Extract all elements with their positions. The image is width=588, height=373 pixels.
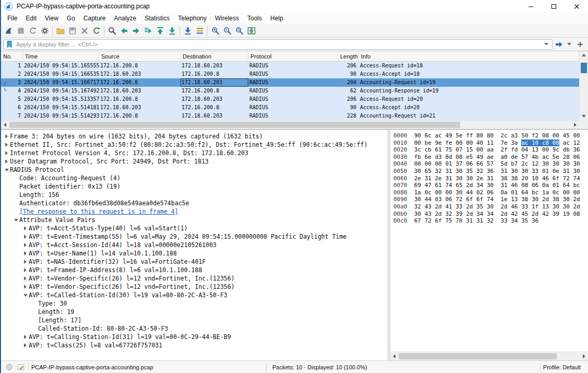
packet-list-hscrollbar[interactable]: [1, 120, 579, 129]
hex-row[interactable]: 0000 90 6c ac 49 5e ff 80 80 2c a3 50 f2…: [393, 132, 588, 139]
close-button[interactable]: [565, 0, 588, 13]
packet-row[interactable]: 62024/150 09:54:15.514181172.18.60.20317…: [1, 103, 579, 112]
minimize-button[interactable]: [519, 0, 542, 13]
packet-row[interactable]: 72024/150 09:54:15.514293172.16.200.8172…: [1, 112, 579, 120]
hex-row[interactable]: 0090 30 44 03 06 72 6f 6f 74 1e 13 38 30…: [393, 196, 588, 203]
menu-item-view[interactable]: View: [41, 14, 63, 23]
packet-row[interactable]: ╰42024/150 09:54:15.167492172.18.60.2031…: [1, 87, 579, 95]
detail-line[interactable]: Ethernet II, Src: Fortinet_a3:50:f2 (80:…: [1, 141, 388, 149]
hex-row[interactable]: 0050 30 65 32 31 30 35 32 36 31 30 30 33…: [393, 168, 588, 175]
expert-info-icon[interactable]: [4, 363, 14, 372]
packet-row[interactable]: 12024/150 09:54:15.165555172.16.200.8172…: [1, 62, 579, 70]
detail-line[interactable]: AVP: t=Calling-Station-Id(31) l=19 val=0…: [1, 333, 388, 341]
capture-stop-button[interactable]: [15, 25, 27, 37]
go-first-packet-button[interactable]: [154, 25, 166, 37]
column-header-info[interactable]: Info: [359, 51, 579, 61]
capture-options-button[interactable]: [39, 25, 51, 37]
menu-item-go[interactable]: Go: [63, 14, 79, 23]
hex-row[interactable]: 0020 3c cb 61 75 07 15 00 aa 2f fd 04 13…: [393, 146, 588, 154]
menu-item-edit[interactable]: Edit: [21, 14, 41, 23]
go-back-button[interactable]: [118, 25, 130, 37]
detail-line[interactable]: Called-Station-Id: 80-80-2C-A3-50-F3: [1, 324, 388, 333]
scroll-left-arrow[interactable]: [1, 121, 9, 129]
auto-scroll-button[interactable]: [182, 25, 194, 37]
menu-item-tools[interactable]: Tools: [243, 14, 266, 23]
colorize-packets-button[interactable]: [194, 25, 206, 37]
menu-item-statistics[interactable]: Statistics: [140, 14, 174, 23]
packet-row[interactable]: 52024/150 09:54:15.513357172.16.200.8172…: [1, 95, 579, 103]
scroll-up-arrow[interactable]: [580, 51, 588, 59]
maximize-button[interactable]: [542, 0, 565, 13]
hex-row[interactable]: 0070 69 47 61 74 65 2d 34 30 31 46 08 06…: [393, 182, 588, 189]
hex-row[interactable]: 0010 00 be 9e fe 00 00 40 11 7e 3a ac 10…: [393, 139, 588, 147]
column-header-destination[interactable]: Destination: [181, 51, 248, 61]
display-filter-input[interactable]: [14, 41, 542, 48]
packet-list-vscrollbar[interactable]: [579, 51, 588, 120]
hscroll-thumb[interactable]: [9, 122, 460, 128]
filter-apply-caret-icon[interactable]: [567, 43, 571, 45]
detail-line[interactable]: AVP: t=Acct-Session-Id(44) l=18 val=0000…: [1, 241, 388, 249]
filter-apply-button[interactable]: [553, 38, 565, 50]
filter-add-button[interactable]: [574, 38, 586, 50]
detail-line[interactable]: Type: 30: [1, 299, 388, 308]
detail-line[interactable]: Length: 156: [1, 191, 388, 199]
open-file-button[interactable]: [54, 25, 66, 37]
column-header-protocol[interactable]: Protocol: [248, 51, 338, 61]
hex-row[interactable]: 0080 1a 0c 00 00 30 44 02 06 0a 01 64 bc…: [393, 189, 588, 196]
packet-row[interactable]: 22024/150 09:54:15.166535172.18.60.20317…: [1, 70, 579, 78]
filter-bookmark-icon[interactable]: [5, 40, 14, 49]
go-to-packet-button[interactable]: [142, 25, 154, 37]
detail-line[interactable]: AVP: t=Called-Station-Id(30) l=19 val=80…: [1, 291, 388, 299]
detail-line[interactable]: [Length: 17]: [1, 316, 388, 324]
scroll-down-arrow[interactable]: [580, 112, 588, 120]
detail-line[interactable]: AVP: t=Vendor-Specific(26) l=12 vnd=Fort…: [1, 283, 388, 291]
detail-line[interactable]: AVP: t=Class(25) l=8 val=67726f757031: [1, 341, 388, 349]
scroll-right-arrow[interactable]: [580, 352, 588, 360]
close-file-button[interactable]: [78, 25, 90, 37]
hex-hscroll-thumb[interactable]: [399, 353, 557, 359]
resize-columns-button[interactable]: [245, 25, 257, 37]
detail-line[interactable]: Length: 19: [1, 308, 388, 316]
hex-row[interactable]: 0030 fb 6e d3 8d 08 e5 49 ae a0 de 57 4b…: [393, 154, 588, 161]
capture-comment-icon[interactable]: [16, 363, 26, 372]
detail-line[interactable]: Packet identifier: 0x13 (19): [1, 182, 388, 191]
detail-line[interactable]: Attribute Value Pairs: [1, 216, 388, 224]
zoom-out-button[interactable]: [221, 25, 233, 37]
hex-row[interactable]: 00c0 67 72 6f 75 70 31 31 32 33 34 35 36: [393, 217, 588, 225]
hex-row[interactable]: 00b0 30 43 2d 32 39 2d 34 34 2d 42 45 2d…: [393, 211, 588, 218]
save-file-button[interactable]: [66, 25, 78, 37]
filter-history-caret-icon[interactable]: [544, 43, 548, 45]
detail-line[interactable]: AVP: t=NAS-Identifier(32) l=16 val=Forti…: [1, 258, 388, 266]
zoom-original-button[interactable]: [233, 25, 245, 37]
detail-line[interactable]: [The response to this request is in fram…: [1, 207, 388, 216]
detail-line[interactable]: RADIUS Protocol: [1, 166, 388, 174]
detail-line[interactable]: AVP: t=Framed-IP-Address(8) l=6 val=10.1…: [1, 266, 388, 274]
zoom-in-button[interactable]: [209, 25, 221, 37]
column-header-time[interactable]: Time: [23, 51, 99, 61]
detail-line[interactable]: Authenticator: db36fb6ed38d08e549aea0de5…: [1, 199, 388, 207]
detail-line[interactable]: Code: Accounting-Request (4): [1, 174, 388, 182]
capture-restart-button[interactable]: [27, 25, 39, 37]
column-header-no[interactable]: No.: [1, 51, 23, 61]
find-packet-button[interactable]: [106, 25, 118, 37]
menu-item-telephony[interactable]: Telephony: [174, 14, 211, 23]
detail-line[interactable]: AVP: t=Vendor-Specific(26) l=12 vnd=Fort…: [1, 274, 388, 283]
scroll-left-arrow[interactable]: [390, 352, 398, 360]
scrollbar-minimap[interactable]: [581, 63, 587, 73]
detail-line[interactable]: Frame 3: 204 bytes on wire (1632 bits), …: [1, 132, 388, 141]
packet-row[interactable]: ╭32024/150 09:54:15.166717172.16.200.817…: [1, 78, 579, 87]
detail-line[interactable]: AVP: t=User-Name(1) l=14 val=10.1.100.18…: [1, 249, 388, 258]
go-forward-button[interactable]: [130, 25, 142, 37]
capture-start-button[interactable]: [3, 25, 15, 37]
menu-item-capture[interactable]: Capture: [79, 14, 110, 23]
response-frame-link[interactable]: [The response to this request is in fram…: [19, 208, 178, 215]
hex-row[interactable]: 0060 2e 31 2e 31 30 30 2e 31 38 38 20 10…: [393, 175, 588, 182]
detail-line[interactable]: User Datagram Protocol, Src Port: 24949,…: [1, 157, 388, 166]
menu-item-file[interactable]: File: [3, 14, 21, 23]
scroll-right-arrow[interactable]: [571, 121, 579, 129]
detail-line[interactable]: AVP: t=Event-Timestamp(55) l=6 val=May 2…: [1, 232, 388, 241]
reload-file-button[interactable]: [90, 25, 102, 37]
detail-line[interactable]: AVP: t=Acct-Status-Type(40) l=6 val=Star…: [1, 224, 388, 232]
menu-item-help[interactable]: Help: [266, 14, 287, 23]
statusbar-profile[interactable]: Profile: Default: [543, 364, 585, 370]
